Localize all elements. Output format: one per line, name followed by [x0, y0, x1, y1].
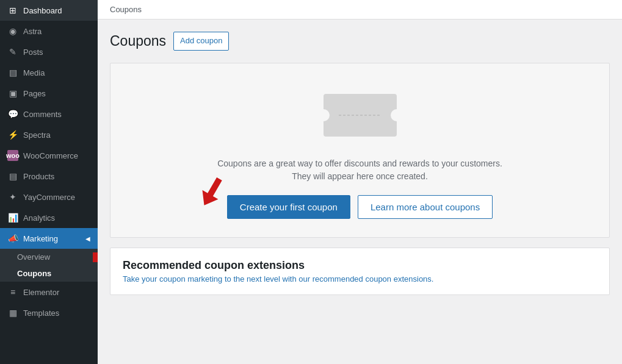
marketing-icon: 📣 — [7, 233, 18, 244]
sidebar-item-posts[interactable]: ✎ Posts — [0, 41, 98, 62]
sidebar-item-elementor[interactable]: ≡ Elementor — [0, 282, 98, 302]
learn-more-button[interactable]: Learn more about coupons — [358, 195, 493, 219]
sidebar-item-coupons[interactable]: Coupons — [0, 265, 98, 282]
sidebar-item-marketing[interactable]: 📣 Marketing ◀ — [0, 228, 98, 249]
spectra-icon: ⚡ — [7, 129, 18, 140]
sidebar-item-pages[interactable]: ▣ Pages — [0, 83, 98, 104]
add-coupon-button[interactable]: Add coupon — [173, 32, 229, 51]
sidebar-item-comments[interactable]: 💬 Comments — [0, 104, 98, 124]
create-first-coupon-button[interactable]: Create your first coupon — [227, 195, 350, 219]
sidebar: ⊞ Dashboard ◉ Astra ✎ Posts ▤ Media ▣ Pa… — [0, 0, 98, 364]
topbar: Coupons — [98, 0, 622, 20]
yaycommerce-icon: ✦ — [7, 191, 18, 202]
recommended-section: Recommended coupon extensions Take your … — [110, 248, 610, 295]
chevron-right-icon: ◀ — [85, 235, 90, 242]
comments-icon: 💬 — [7, 109, 18, 120]
products-icon: ▤ — [7, 171, 18, 182]
empty-state-actions: Create your first coupon Learn more abou… — [227, 195, 493, 219]
dashboard-icon: ⊞ — [7, 5, 18, 16]
page-content: Coupons Add coupon Coupons are a great w… — [98, 20, 622, 364]
templates-icon: ▦ — [7, 307, 18, 318]
media-icon: ▤ — [7, 67, 18, 78]
sidebar-item-analytics[interactable]: 📊 Analytics — [0, 207, 98, 228]
main-content: Coupons Coupons Add coupon — [98, 0, 622, 364]
sidebar-item-dashboard[interactable]: ⊞ Dashboard — [0, 0, 98, 21]
pages-icon: ▣ — [7, 88, 18, 99]
red-arrow-icon — [93, 250, 98, 265]
sidebar-item-astra[interactable]: ◉ Astra — [0, 21, 98, 41]
page-title: Coupons — [110, 33, 166, 49]
sidebar-item-woocommerce[interactable]: woo WooCommerce — [0, 145, 98, 166]
recommended-title: Recommended coupon extensions — [123, 259, 597, 272]
astra-icon: ◉ — [7, 26, 18, 37]
sidebar-item-templates[interactable]: ▦ Templates — [0, 302, 98, 323]
topbar-title: Coupons — [110, 5, 142, 14]
empty-state: Coupons are a great way to offer discoun… — [110, 63, 610, 238]
elementor-icon: ≡ — [7, 287, 18, 298]
posts-icon: ✎ — [7, 46, 18, 57]
svg-marker-0 — [93, 250, 98, 265]
coupon-illustration — [320, 88, 400, 145]
sidebar-item-products[interactable]: ▤ Products — [0, 166, 98, 187]
page-header: Coupons Add coupon — [110, 32, 610, 51]
recommended-subtitle: Take your coupon marketing to the next l… — [123, 274, 597, 284]
arrow-wrapper: Create your first coupon — [227, 195, 350, 219]
analytics-icon: 📊 — [7, 212, 18, 223]
sidebar-item-spectra[interactable]: ⚡ Spectra — [0, 124, 98, 145]
sidebar-item-overview[interactable]: Overview — [0, 249, 98, 265]
empty-state-description: Coupons are a great way to offer discoun… — [214, 157, 507, 183]
woocommerce-icon: woo — [7, 150, 18, 161]
sidebar-item-yaycommerce[interactable]: ✦ YayCommerce — [0, 187, 98, 207]
marketing-submenu: Overview Coupons — [0, 249, 98, 282]
sidebar-item-media[interactable]: ▤ Media — [0, 62, 98, 83]
